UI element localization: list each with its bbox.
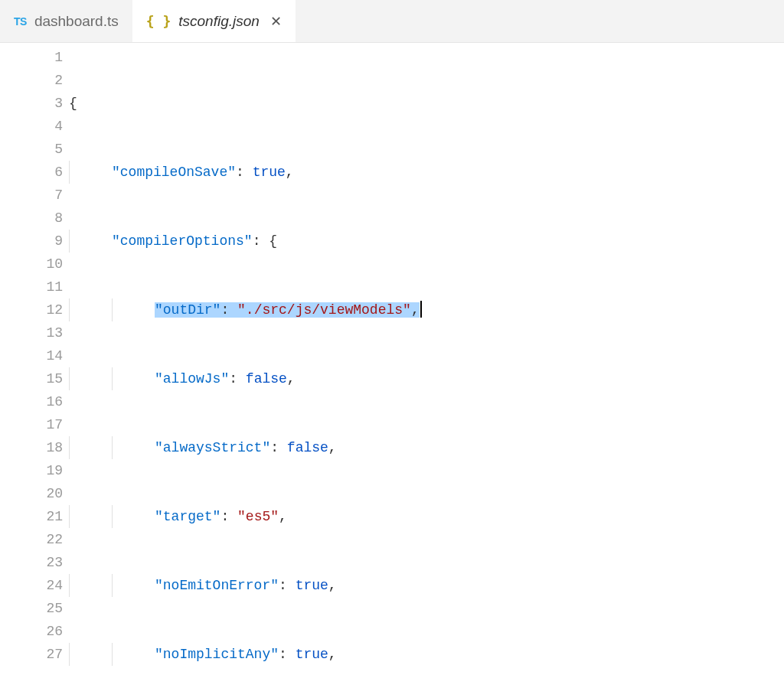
line-number: 6: [0, 161, 63, 184]
line-number: 21: [0, 505, 63, 528]
tab-dashboard[interactable]: TS dashboard.ts: [0, 0, 132, 42]
line-number: 14: [0, 344, 63, 367]
code-area[interactable]: { "compileOnSave": true, "compilerOption…: [69, 43, 784, 675]
line-number: 4: [0, 115, 63, 138]
json-key: "allowJs": [155, 371, 229, 386]
json-string: "./src/js/viewModels": [237, 302, 411, 318]
line-number: 26: [0, 620, 63, 643]
text-cursor: [420, 301, 422, 318]
json-key: "noImplicitAny": [155, 647, 279, 662]
line-number: 3: [0, 92, 63, 115]
line-number: 15: [0, 367, 63, 390]
typescript-icon: TS: [14, 15, 27, 28]
line-number: 27: [0, 643, 63, 666]
tab-bar: TS dashboard.ts { } tsconfig.json ✕: [0, 0, 784, 43]
brace-open: {: [69, 96, 77, 111]
line-number: 12: [0, 298, 63, 321]
tab-label: dashboard.ts: [34, 13, 119, 30]
json-bool: false: [246, 371, 287, 386]
json-icon: { }: [146, 13, 172, 29]
line-number: 10: [0, 253, 63, 276]
line-number: 8: [0, 207, 63, 230]
line-number: 23: [0, 551, 63, 574]
json-bool: false: [287, 440, 328, 455]
tab-tsconfig[interactable]: { } tsconfig.json ✕: [132, 0, 296, 42]
json-key: "compilerOptions": [112, 233, 253, 249]
line-number: 24: [0, 574, 63, 597]
line-number: 5: [0, 138, 63, 161]
json-key: "noEmitOnError": [155, 578, 279, 593]
line-number: 16: [0, 390, 63, 413]
json-key: "compileOnSave": [112, 165, 236, 180]
editor[interactable]: 1234567891011121314151617181920212223242…: [0, 43, 784, 675]
json-bool: true: [253, 165, 286, 180]
line-number: 18: [0, 436, 63, 459]
line-number: 25: [0, 597, 63, 620]
line-number-gutter: 1234567891011121314151617181920212223242…: [0, 43, 69, 675]
line-number: 7: [0, 184, 63, 207]
json-key: "outDir": [155, 302, 220, 318]
line-number: 1: [0, 46, 63, 69]
json-key: "target": [155, 509, 220, 524]
close-icon[interactable]: ✕: [270, 13, 282, 30]
line-number: 9: [0, 230, 63, 253]
tab-label: tsconfig.json: [178, 13, 260, 30]
json-bool: true: [296, 647, 328, 662]
json-key: "alwaysStrict": [155, 440, 270, 455]
line-number: 20: [0, 482, 63, 505]
line-number: 22: [0, 528, 63, 551]
line-number: 11: [0, 276, 63, 298]
json-string: "es5": [237, 509, 279, 524]
line-number: 19: [0, 459, 63, 482]
line-number: 13: [0, 321, 63, 344]
line-number: 2: [0, 69, 63, 92]
line-number: 17: [0, 413, 63, 436]
json-bool: true: [296, 578, 328, 593]
